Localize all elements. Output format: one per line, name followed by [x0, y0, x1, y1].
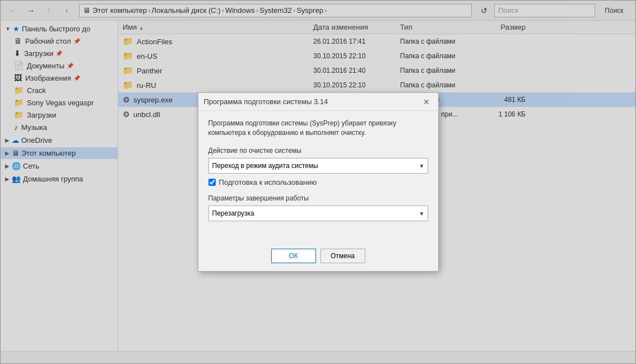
modal-footer: ОК Отмена [198, 243, 438, 271]
modal-title: Программа подготовки системы 3.14 [204, 97, 328, 106]
modal-shutdown-label: Параметры завершения работы [208, 194, 428, 202]
checkbox-prepare[interactable] [208, 179, 216, 186]
modal-ok-button[interactable]: ОК [271, 249, 316, 263]
modal-shutdown-select[interactable]: Перезагрузка Завершение работы Не переза… [208, 206, 428, 221]
modal-dialog: Программа подготовки системы 3.14 ✕ Прог… [198, 92, 439, 272]
modal-description: Программа подготовки системы (SysPrep) у… [208, 119, 428, 138]
checkbox-row: Подготовка к использованию [208, 178, 428, 186]
modal-body: Программа подготовки системы (SysPrep) у… [198, 111, 438, 243]
checkbox-label: Подготовка к использованию [219, 178, 317, 186]
modal-action-label: Действие по очистке системы [208, 147, 428, 155]
modal-cancel-button[interactable]: Отмена [321, 249, 365, 263]
modal-close-button[interactable]: ✕ [420, 96, 433, 108]
modal-action-select-wrapper: Переход в режим аудита системы Ввод в эк… [208, 158, 428, 174]
modal-shutdown-select-wrapper: Перезагрузка Завершение работы Не переза… [208, 206, 428, 221]
modal-action-select[interactable]: Переход в режим аудита системы Ввод в эк… [208, 158, 428, 174]
modal-titlebar: Программа подготовки системы 3.14 ✕ [198, 93, 438, 111]
modal-overlay: Программа подготовки системы 3.14 ✕ Прог… [0, 0, 636, 364]
